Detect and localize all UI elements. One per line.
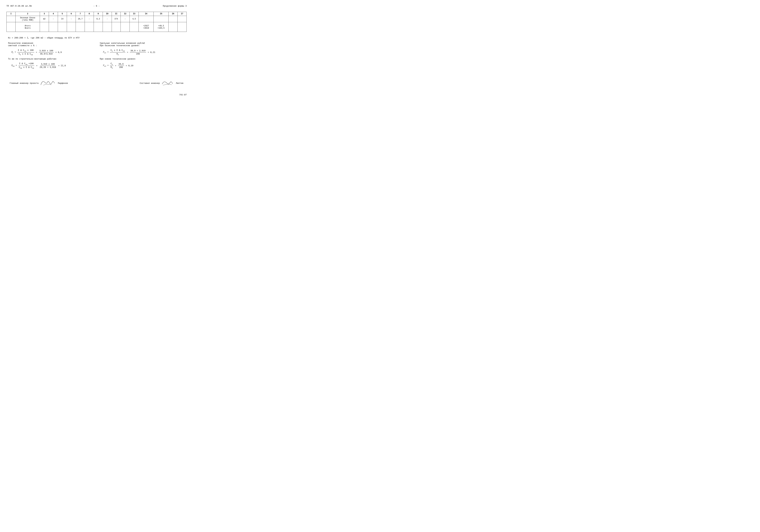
th-4: 4 bbox=[49, 12, 58, 16]
formula2-num: Σ Δ Cсм ×100 bbox=[19, 63, 34, 66]
r1-c3: м2 bbox=[40, 16, 49, 22]
r1-c2: Оконные блоки(типа ПНФ) bbox=[16, 16, 40, 22]
th-17: I7 bbox=[178, 12, 187, 16]
r2-c9 bbox=[94, 22, 103, 32]
doc-page-num: 741-07 bbox=[179, 94, 187, 96]
th-15: I5 bbox=[154, 12, 168, 16]
right-col: Удельные капитальные вложения руб/м2 При… bbox=[100, 42, 185, 71]
r2-c7 bbox=[76, 22, 85, 32]
formula2-den: Cсм ± Σ Δ Cсм bbox=[18, 66, 34, 69]
rformula2-den: П2 bbox=[110, 66, 114, 69]
table-row-1: Оконные блоки(типа ПНФ) м2 - I4 - 26,7 -… bbox=[7, 16, 187, 22]
sig-right-name: Лаптев bbox=[176, 82, 183, 84]
r2-c10 bbox=[103, 22, 112, 32]
sig-left: Главный инженер проекта Парфенов bbox=[10, 79, 68, 87]
r1-c16 bbox=[168, 16, 178, 22]
table-row-2: ИтогоВсего +2927+3919 +49,5+104,5 bbox=[7, 22, 187, 32]
r1-c1 bbox=[7, 16, 16, 22]
r2-c15: +49,5+104,5 bbox=[154, 22, 168, 32]
r2-c5 bbox=[58, 22, 67, 32]
header-center: - 6 - bbox=[67, 5, 126, 7]
left-title: Показатели изменениясметной стоимости ± … bbox=[8, 42, 93, 47]
left-subtitle: То же по строительно-монтажным работам: bbox=[8, 58, 93, 60]
rformula2-block: Ук2 = Co П2 = 39,9 206 = 0,19 bbox=[103, 63, 185, 69]
header-right: Продолжение формы 3 bbox=[127, 5, 187, 7]
r1-c14 bbox=[139, 16, 154, 22]
th-10: IO bbox=[103, 12, 112, 16]
formula1-den: Co ± Σ Δ Cсм bbox=[18, 52, 33, 56]
th-13: I3 bbox=[130, 12, 139, 16]
th-14: I4 bbox=[139, 12, 154, 16]
sig-right: Составил инженер Лаптев bbox=[140, 79, 183, 87]
main-table: I 2 3 4 5 6 7 8 9 IO II I2 I3 I4 I5 I6 I… bbox=[6, 12, 187, 32]
r1-c9: 0,3 bbox=[94, 16, 103, 22]
r2-c17 bbox=[178, 22, 187, 32]
formula1-val-num: 3,919 x 100 bbox=[39, 50, 54, 52]
rformula2-val-num: 39,9 bbox=[118, 63, 124, 66]
r1-c8: - bbox=[85, 16, 94, 22]
formula1-main-frac: Σ Δ Cсм x 100 Co ± Σ Δ Cсм bbox=[17, 49, 34, 56]
r2-c13 bbox=[130, 22, 139, 32]
two-col-layout: Показатели изменениясметной стоимости ± … bbox=[8, 42, 185, 71]
header-left: ТП 407-9-28.86 ал.УШ bbox=[6, 5, 67, 7]
rformula2-val-den: 206 bbox=[119, 66, 123, 69]
th-6: 6 bbox=[67, 12, 76, 16]
r1-c7: 26,7 bbox=[76, 16, 85, 22]
page-number-center: - 6 - bbox=[93, 5, 100, 7]
sig-left-title: Главный инженер проекта bbox=[10, 82, 38, 84]
rformula2-result: = 0,19 bbox=[126, 65, 133, 67]
th-8: 8 bbox=[85, 12, 94, 16]
th-7: 7 bbox=[76, 12, 85, 16]
formula2-val-num: 3,919 х 100 bbox=[40, 63, 55, 66]
th-3: 3 bbox=[40, 12, 49, 16]
formula1-block: Эс = Σ Δ Cсм x 100 Co ± Σ Δ Cсм = 3,919 … bbox=[11, 49, 93, 56]
kc-line: Кс = 206:206 = I, где 206 м2 – общая пло… bbox=[8, 37, 185, 39]
formula1-label: Эс = bbox=[11, 51, 16, 54]
formula1-eq: = bbox=[36, 51, 37, 54]
rformula1-result: = 0,21 bbox=[148, 51, 155, 54]
r2-c4 bbox=[49, 22, 58, 32]
rformula1-label: Ук1 = bbox=[103, 51, 109, 54]
th-9: 9 bbox=[94, 12, 103, 16]
rformula1-val-den: 206 bbox=[135, 52, 140, 55]
formula2-main-frac: Σ Δ Cсм ×100 Cсм ± Σ Δ Cсм bbox=[18, 63, 34, 69]
page-number-bottom: 741-07 bbox=[6, 94, 187, 96]
th-5: 5 bbox=[58, 12, 67, 16]
r1-c15 bbox=[154, 16, 168, 22]
rformula1-val-frac: 39,9 + 2,919 206 bbox=[130, 50, 146, 55]
form-continuation: Продолжение формы 3 bbox=[163, 5, 187, 7]
rformula1-eq: = bbox=[127, 51, 128, 54]
r2-c3 bbox=[40, 22, 49, 32]
th-11: II bbox=[112, 12, 121, 16]
rformula1-val-num: 39,9 + 2,919 bbox=[130, 50, 146, 52]
formula2-block: Эсм = Σ Δ Cсм ×100 Cсм ± Σ Δ Cсм = 3,919… bbox=[11, 63, 93, 69]
r2-c14: +2927+3919 bbox=[139, 22, 154, 32]
rformula2-label: Ук2 = bbox=[103, 64, 109, 67]
formula2-eq: = bbox=[36, 65, 37, 67]
sig-right-title: Составил инженер bbox=[140, 82, 160, 84]
sig-left-image bbox=[40, 79, 56, 87]
r1-c5: I4 bbox=[58, 16, 67, 22]
formulas-section: Кс = 206:206 = I, где 206 м2 – общая пло… bbox=[6, 37, 187, 87]
r1-c17 bbox=[178, 16, 187, 22]
th-12: I2 bbox=[121, 12, 130, 16]
page-header: ТП 407-9-28.86 ал.УШ - 6 - Продолжение ф… bbox=[6, 5, 187, 7]
sig-right-image bbox=[161, 79, 174, 87]
r1-c11: 374 bbox=[112, 16, 121, 22]
formula1-val-frac: 3,919 x 100 39,9+3,919 bbox=[39, 50, 54, 55]
formula2-val-den: 29,26 + 3,919 bbox=[39, 66, 57, 69]
rformula1-block: Ук1 = Co ± Σ Δ Cсм П2 = 39,9 + 2,919 206… bbox=[103, 49, 185, 56]
kc-text: Кс = 206:206 = I, где 206 м2 – общая пло… bbox=[8, 37, 80, 39]
r2-c6 bbox=[67, 22, 76, 32]
r2-c12 bbox=[121, 22, 130, 32]
rformula1-num: Co ± Σ Δ Cсм bbox=[110, 49, 125, 52]
left-col: Показатели изменениясметной стоимости ± … bbox=[8, 42, 93, 71]
rformula2-main-frac: Co П2 bbox=[110, 63, 114, 69]
th-16: I6 bbox=[168, 12, 178, 16]
r2-c11 bbox=[112, 22, 121, 32]
formula1-result: = 8,9 bbox=[55, 51, 62, 54]
right-title: Удельные капитальные вложения руб/м2 При… bbox=[100, 42, 185, 47]
formula2-val-frac: 3,919 х 100 29,26 + 3,919 bbox=[39, 63, 57, 69]
r1-c4: - bbox=[49, 16, 58, 22]
rformula2-num: Co bbox=[110, 63, 114, 66]
